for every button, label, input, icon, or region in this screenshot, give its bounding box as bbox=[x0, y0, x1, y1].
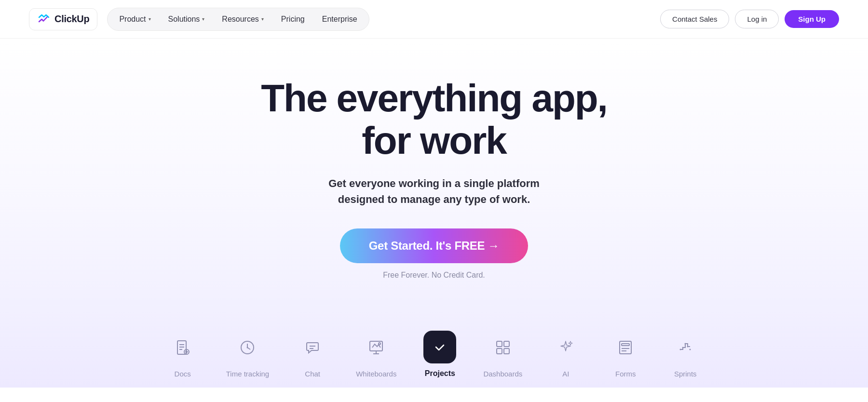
hero-subtitle: Get everyone working in a single platfor… bbox=[328, 175, 540, 207]
main-nav: Product ▾ Solutions ▾ Resources ▾ Pricin… bbox=[107, 8, 369, 31]
whiteboards-icon-wrapper bbox=[360, 331, 393, 364]
tab-time-tracking-label: Time tracking bbox=[226, 370, 269, 378]
docs-icon-wrapper bbox=[166, 331, 199, 364]
svg-rect-23 bbox=[622, 344, 629, 346]
svg-rect-19 bbox=[504, 341, 509, 347]
contact-sales-button[interactable]: Contact Sales bbox=[660, 10, 729, 28]
nav-item-product[interactable]: Product ▾ bbox=[111, 11, 158, 27]
tab-time-tracking[interactable]: Time tracking bbox=[213, 323, 283, 388]
tab-projects-label: Projects bbox=[425, 369, 455, 378]
svg-point-16 bbox=[379, 343, 380, 345]
feature-tabs: Docs Time tracking Chat bbox=[0, 308, 868, 388]
ai-sparkle-icon bbox=[557, 339, 574, 356]
hero-title: The everything app, for work bbox=[261, 77, 607, 162]
chat-icon-wrapper bbox=[296, 331, 329, 364]
tab-ai[interactable]: AI bbox=[536, 323, 596, 388]
whiteboard-icon bbox=[367, 339, 385, 356]
hero-section: The everything app, for work Get everyon… bbox=[0, 39, 868, 308]
sprints-icon bbox=[677, 339, 694, 356]
tab-ai-label: AI bbox=[562, 370, 569, 378]
svg-rect-17 bbox=[433, 340, 447, 354]
svg-point-30 bbox=[690, 349, 691, 350]
get-started-button[interactable]: Get Started. It's FREE → bbox=[340, 228, 529, 263]
chat-icon bbox=[304, 339, 321, 356]
clickup-logo-icon bbox=[37, 13, 51, 26]
navbar-left: ClickUp Product ▾ Solutions ▾ Resources … bbox=[29, 8, 369, 31]
nav-item-pricing[interactable]: Pricing bbox=[273, 11, 312, 27]
tab-forms-label: Forms bbox=[615, 370, 636, 378]
product-chevron-icon: ▾ bbox=[149, 16, 151, 22]
svg-rect-18 bbox=[497, 341, 502, 347]
logo-text: ClickUp bbox=[54, 13, 89, 25]
sprints-icon-wrapper bbox=[669, 331, 702, 364]
tab-chat[interactable]: Chat bbox=[283, 323, 342, 388]
tab-whiteboards-label: Whiteboards bbox=[356, 370, 396, 378]
nav-item-solutions[interactable]: Solutions ▾ bbox=[161, 11, 213, 27]
projects-checkmark-icon bbox=[431, 338, 448, 356]
tab-docs[interactable]: Docs bbox=[153, 323, 213, 388]
forms-icon-wrapper bbox=[609, 331, 642, 364]
tab-chat-label: Chat bbox=[305, 370, 320, 378]
tab-sprints[interactable]: Sprints bbox=[655, 323, 715, 388]
dashboards-icon-wrapper bbox=[487, 331, 519, 364]
docs-icon bbox=[174, 339, 191, 356]
svg-point-26 bbox=[680, 349, 681, 350]
tab-sprints-label: Sprints bbox=[674, 370, 697, 378]
navbar: ClickUp Product ▾ Solutions ▾ Resources … bbox=[0, 0, 868, 39]
time-tracking-icon-wrapper bbox=[231, 331, 264, 364]
forms-icon bbox=[617, 339, 634, 356]
tab-projects[interactable]: Projects bbox=[410, 323, 470, 388]
ai-icon-wrapper bbox=[549, 331, 582, 364]
nav-item-resources[interactable]: Resources ▾ bbox=[214, 11, 271, 27]
tab-forms[interactable]: Forms bbox=[596, 323, 655, 388]
logo-button[interactable]: ClickUp bbox=[29, 8, 97, 30]
tab-whiteboards[interactable]: Whiteboards bbox=[342, 323, 410, 388]
svg-point-27 bbox=[682, 347, 684, 348]
svg-rect-22 bbox=[620, 341, 631, 354]
hero-note: Free Forever. No Credit Card. bbox=[383, 271, 485, 280]
svg-rect-20 bbox=[497, 348, 502, 354]
svg-point-10 bbox=[247, 347, 248, 348]
solutions-chevron-icon: ▾ bbox=[202, 16, 204, 22]
resources-chevron-icon: ▾ bbox=[261, 16, 264, 22]
svg-point-29 bbox=[687, 346, 689, 348]
signup-button[interactable]: Sign Up bbox=[785, 10, 839, 28]
svg-rect-21 bbox=[504, 348, 509, 354]
tab-dashboards-label: Dashboards bbox=[483, 370, 522, 378]
clock-icon bbox=[239, 339, 256, 356]
svg-point-28 bbox=[685, 343, 686, 345]
login-button[interactable]: Log in bbox=[735, 10, 779, 28]
tab-dashboards[interactable]: Dashboards bbox=[470, 323, 536, 388]
projects-icon-wrapper bbox=[423, 331, 456, 363]
dashboard-icon bbox=[494, 339, 512, 356]
tab-docs-label: Docs bbox=[175, 370, 191, 378]
nav-item-enterprise[interactable]: Enterprise bbox=[314, 11, 365, 27]
navbar-right: Contact Sales Log in Sign Up bbox=[660, 10, 839, 28]
